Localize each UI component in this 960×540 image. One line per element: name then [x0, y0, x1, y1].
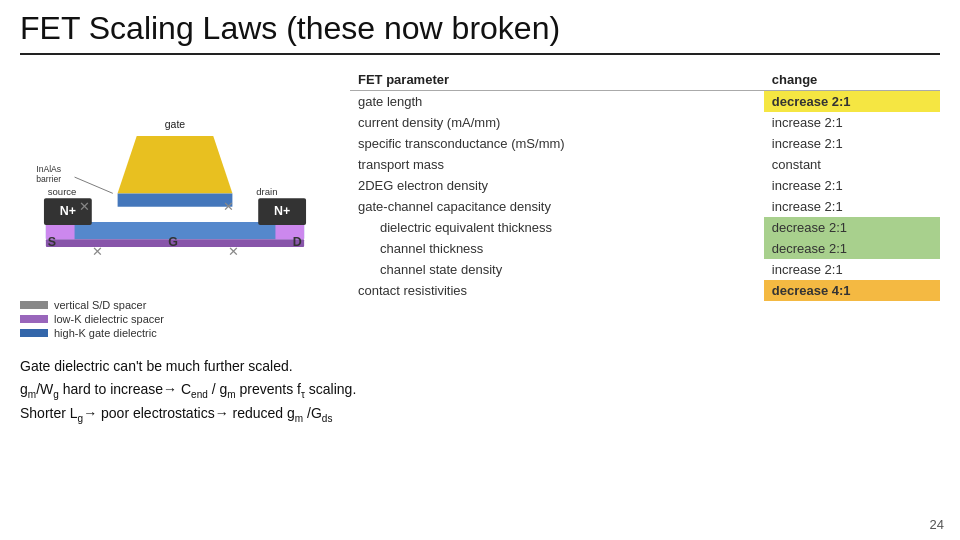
svg-text:✕: ✕	[228, 244, 239, 259]
col2-header: change	[764, 69, 940, 91]
svg-line-15	[75, 177, 113, 193]
change-cell: increase 2:1	[764, 112, 940, 133]
param-cell: transport mass	[350, 154, 764, 175]
legend-label-1: vertical S/D spacer	[54, 299, 146, 311]
change-cell: decrease 2:1	[764, 91, 940, 113]
col1-header: FET parameter	[350, 69, 764, 91]
legend-label-2: low-K dielectric spacer	[54, 313, 164, 325]
svg-marker-9	[118, 136, 233, 193]
title-divider	[20, 53, 940, 55]
change-cell: decrease 4:1	[764, 280, 940, 301]
svg-text:✕: ✕	[223, 199, 234, 214]
svg-text:N+: N+	[274, 204, 290, 218]
table-row: channel thicknessdecrease 2:1	[350, 238, 940, 259]
legend-item-2: low-K dielectric spacer	[20, 313, 330, 325]
svg-text:N+: N+	[60, 204, 76, 218]
bottom-line-3: Shorter Lg→ poor electrostatics→ reduced…	[20, 404, 940, 426]
table-row: gate-channel capacitance densityincrease…	[350, 196, 940, 217]
fet-diagram: N+ N+ gate source drain InAlAs barrier ✕…	[20, 69, 330, 289]
table-row: dielectric equivalent thicknessdecrease …	[350, 217, 940, 238]
table-row: transport massconstant	[350, 154, 940, 175]
legend-label-3: high-K gate dielectric	[54, 327, 157, 339]
change-cell: decrease 2:1	[764, 238, 940, 259]
table-row: channel state densityincrease 2:1	[350, 259, 940, 280]
svg-text:barrier: barrier	[36, 174, 61, 184]
param-cell: channel state density	[350, 259, 764, 280]
table-row: 2DEG electron densityincrease 2:1	[350, 175, 940, 196]
left-panel: N+ N+ gate source drain InAlAs barrier ✕…	[20, 69, 330, 341]
page-number: 24	[930, 517, 944, 532]
main-content: N+ N+ gate source drain InAlAs barrier ✕…	[0, 59, 960, 351]
param-table: FET parameter change gate lengthdecrease…	[350, 69, 940, 301]
svg-text:✕: ✕	[79, 199, 90, 214]
legend-color-1	[20, 301, 48, 309]
svg-text:InAlAs: InAlAs	[36, 164, 61, 174]
change-cell: decrease 2:1	[764, 217, 940, 238]
param-cell: gate-channel capacitance density	[350, 196, 764, 217]
param-cell: contact resistivities	[350, 280, 764, 301]
bottom-text: Gate dielectric can't be much further sc…	[0, 351, 960, 433]
table-row: contact resistivitiesdecrease 4:1	[350, 280, 940, 301]
svg-text:gate: gate	[165, 118, 186, 130]
svg-text:D: D	[293, 235, 302, 249]
page-title: FET Scaling Laws (these now broken)	[0, 0, 960, 53]
change-cell: increase 2:1	[764, 175, 940, 196]
param-cell: current density (mA/mm)	[350, 112, 764, 133]
table-row: specific transconductance (mS/mm)increas…	[350, 133, 940, 154]
bottom-line-1: Gate dielectric can't be much further sc…	[20, 357, 940, 377]
bottom-line-2: gm/Wg hard to increase→ Cend / gm preven…	[20, 380, 940, 402]
svg-text:✕: ✕	[92, 244, 103, 259]
legend: vertical S/D spacer low-K dielectric spa…	[20, 299, 330, 339]
param-cell: 2DEG electron density	[350, 175, 764, 196]
svg-text:source: source	[48, 186, 77, 197]
param-cell: gate length	[350, 91, 764, 113]
legend-color-2	[20, 315, 48, 323]
param-cell: specific transconductance (mS/mm)	[350, 133, 764, 154]
change-cell: increase 2:1	[764, 133, 940, 154]
change-cell: increase 2:1	[764, 196, 940, 217]
param-cell: dielectric equivalent thickness	[350, 217, 764, 238]
legend-item-1: vertical S/D spacer	[20, 299, 330, 311]
legend-item-3: high-K gate dielectric	[20, 327, 330, 339]
svg-rect-8	[118, 193, 233, 206]
table-row: current density (mA/mm)increase 2:1	[350, 112, 940, 133]
svg-text:S: S	[48, 235, 56, 249]
svg-text:G: G	[168, 235, 178, 249]
change-cell: constant	[764, 154, 940, 175]
param-cell: channel thickness	[350, 238, 764, 259]
table-row: gate lengthdecrease 2:1	[350, 91, 940, 113]
svg-text:drain: drain	[256, 186, 277, 197]
legend-color-3	[20, 329, 48, 337]
right-panel: FET parameter change gate lengthdecrease…	[350, 69, 940, 341]
change-cell: increase 2:1	[764, 259, 940, 280]
svg-text:barrier: barrier	[158, 265, 191, 277]
